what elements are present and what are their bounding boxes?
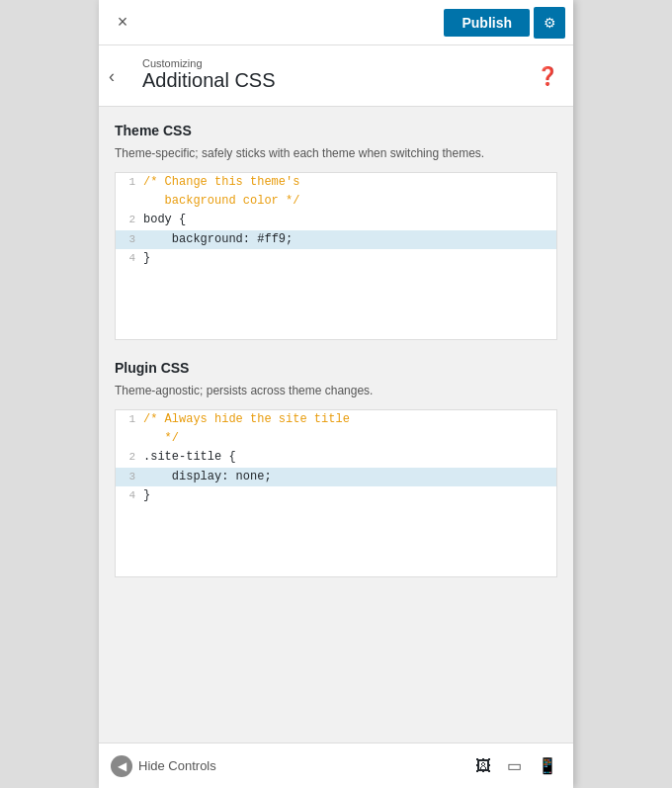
code-line: 2 .site-title { — [116, 448, 556, 467]
plugin-css-description: Theme-agnostic; persists across theme ch… — [115, 382, 557, 399]
plugin-css-section: Plugin CSS Theme-agnostic; persists acro… — [115, 360, 557, 577]
gear-icon: ⚙ — [544, 15, 556, 31]
theme-css-description: Theme-specific; safely sticks with each … — [115, 144, 557, 162]
line-number: 3 — [116, 230, 143, 249]
line-content: */ — [143, 429, 556, 448]
help-button[interactable]: ❓ — [534, 62, 561, 90]
line-content: display: none; — [143, 468, 556, 486]
main-content: Theme CSS Theme-specific; safely sticks … — [99, 107, 573, 743]
back-button[interactable]: ‹ — [109, 65, 115, 86]
theme-css-section: Theme CSS Theme-specific; safely sticks … — [115, 123, 557, 340]
tablet-icon-button[interactable]: ▭ — [503, 752, 526, 779]
line-number: 4 — [116, 249, 143, 268]
theme-css-title: Theme CSS — [115, 123, 557, 138]
line-number: 2 — [116, 211, 143, 229]
help-icon: ❓ — [537, 65, 558, 87]
hide-controls-button[interactable]: ◀ Hide Controls — [111, 755, 216, 777]
device-icons: 🖼 ▭ 📱 — [471, 752, 561, 779]
line-content: /* Change this theme's — [143, 173, 556, 192]
line-number: 2 — [116, 448, 143, 467]
desktop-icon: 🖼 — [475, 757, 491, 775]
plugin-css-title: Plugin CSS — [115, 360, 557, 376]
section-title: Additional CSS — [142, 69, 276, 91]
code-line: 1 /* Change this theme's — [116, 173, 556, 192]
line-number: 1 — [116, 410, 143, 429]
arrow-left-icon: ◀ — [111, 755, 132, 777]
line-content: .site-title { — [143, 448, 556, 467]
code-line-highlighted: 3 background: #ff9; — [116, 230, 556, 249]
close-icon: × — [118, 12, 128, 33]
code-line-highlighted: 3 display: none; — [116, 468, 556, 486]
line-content: } — [143, 486, 556, 505]
mobile-icon-button[interactable]: 📱 — [534, 752, 561, 779]
code-line: */ — [116, 429, 556, 448]
line-number: 1 — [116, 173, 143, 192]
line-number: 3 — [116, 468, 143, 486]
line-content: body { — [143, 211, 556, 229]
close-button[interactable]: × — [107, 7, 138, 39]
customizer-panel: × Publish ⚙ ‹ Customizing Additional CSS… — [99, 0, 573, 788]
code-line: 1 /* Always hide the site title — [116, 410, 556, 429]
line-number — [116, 429, 143, 430]
hide-controls-label: Hide Controls — [138, 758, 216, 773]
mobile-icon: 📱 — [538, 756, 557, 775]
line-content: /* Always hide the site title — [143, 410, 556, 429]
plugin-css-editor[interactable]: 1 /* Always hide the site title */ 2 .si… — [115, 409, 557, 577]
line-number: 4 — [116, 486, 143, 505]
code-line: 2 body { — [116, 211, 556, 229]
settings-button[interactable]: ⚙ — [534, 7, 565, 39]
line-content: background color */ — [143, 192, 556, 211]
section-header: ‹ Customizing Additional CSS ❓ — [99, 45, 573, 107]
bottom-bar: ◀ Hide Controls 🖼 ▭ 📱 — [99, 743, 573, 788]
top-bar: × Publish ⚙ — [99, 0, 573, 45]
line-content: background: #ff9; — [143, 230, 556, 249]
desktop-icon-button[interactable]: 🖼 — [471, 753, 495, 779]
code-line: 4 } — [116, 486, 556, 505]
code-line: background color */ — [116, 192, 556, 211]
line-content: } — [143, 249, 556, 268]
code-line: 4 } — [116, 249, 556, 268]
publish-button[interactable]: Publish — [444, 9, 530, 37]
theme-css-editor[interactable]: 1 /* Change this theme's background colo… — [115, 172, 557, 340]
customizing-label: Customizing — [142, 57, 557, 69]
tablet-icon: ▭ — [507, 756, 522, 775]
line-number — [116, 192, 143, 193]
